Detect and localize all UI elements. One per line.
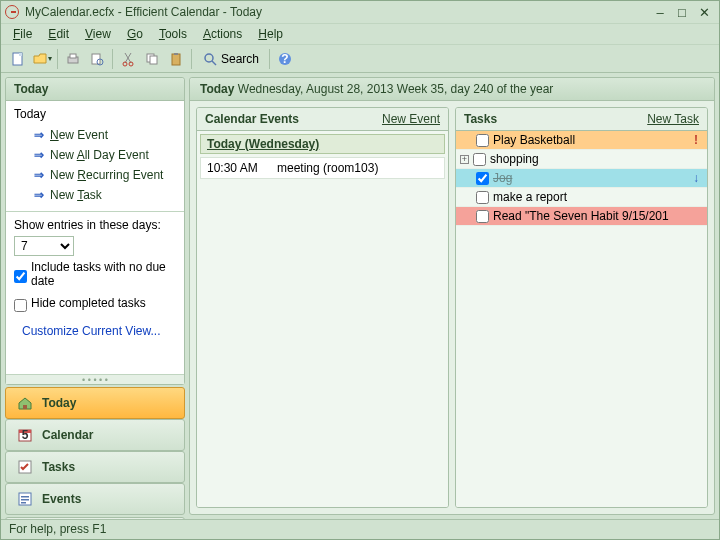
hide-completed-label[interactable]: Hide completed tasks xyxy=(31,296,146,310)
status-text: For help, press F1 xyxy=(9,522,106,536)
event-title: meeting (room103) xyxy=(277,161,378,175)
include-tasks-checkbox[interactable] xyxy=(14,270,27,283)
today-section-label: Today xyxy=(14,107,176,121)
task-row[interactable]: +shopping xyxy=(456,150,707,169)
help-button[interactable]: ? xyxy=(274,48,296,70)
svg-rect-23 xyxy=(21,499,29,501)
today-panel-header: Today xyxy=(6,78,184,101)
main-title-bold: Today xyxy=(200,82,234,96)
action-new-all-day-event[interactable]: ⇒New All Day Event xyxy=(14,145,176,165)
svg-rect-16 xyxy=(23,405,27,409)
menu-file[interactable]: File xyxy=(5,25,40,43)
new-document-button[interactable] xyxy=(7,48,29,70)
arrow-right-icon: ⇒ xyxy=(34,148,44,162)
svg-rect-22 xyxy=(21,496,29,498)
action-new-recurring-event[interactable]: ⇒New Recurring Event xyxy=(14,165,176,185)
action-new-event[interactable]: ⇒New Event xyxy=(14,125,176,145)
hide-completed-checkbox[interactable] xyxy=(14,299,27,312)
task-checkbox[interactable] xyxy=(476,210,489,223)
toolbar-separator xyxy=(112,49,113,69)
open-button[interactable]: ▾ xyxy=(31,48,53,70)
new-task-link[interactable]: New Task xyxy=(647,112,699,126)
menu-view[interactable]: View xyxy=(77,25,119,43)
toolbar-separator xyxy=(191,49,192,69)
print-preview-button[interactable] xyxy=(86,48,108,70)
svg-rect-11 xyxy=(174,53,178,55)
task-row[interactable]: Read "The Seven Habit 9/15/201 xyxy=(456,207,707,226)
main-header: Today Wednesday, August 28, 2013 Week 35… xyxy=(190,78,714,101)
task-flag-icon: ↓ xyxy=(689,171,703,185)
window-title: MyCalendar.ecfx - Efficient Calendar - T… xyxy=(25,5,262,19)
app-icon xyxy=(5,5,19,19)
paste-button[interactable] xyxy=(165,48,187,70)
arrow-right-icon: ⇒ xyxy=(34,128,44,142)
task-row[interactable]: Play Basketball! xyxy=(456,131,707,150)
action-new-task[interactable]: ⇒New Task xyxy=(14,185,176,205)
minimize-button[interactable]: – xyxy=(649,4,671,20)
nav-events[interactable]: Events xyxy=(5,483,185,515)
task-flag-icon: ! xyxy=(689,133,703,147)
menu-help[interactable]: Help xyxy=(250,25,291,43)
customize-view-link[interactable]: Customize Current View... xyxy=(22,324,168,338)
task-checkbox[interactable] xyxy=(476,134,489,147)
sidebar: Today Today ⇒New Event⇒New All Day Event… xyxy=(5,77,185,515)
cut-button[interactable] xyxy=(117,48,139,70)
expand-icon[interactable]: + xyxy=(460,155,469,164)
action-label: New All Day Event xyxy=(50,148,149,162)
task-row[interactable]: make a report xyxy=(456,188,707,207)
close-button[interactable]: ✕ xyxy=(693,4,715,20)
arrow-right-icon: ⇒ xyxy=(34,188,44,202)
action-label: New Task xyxy=(50,188,102,202)
day-header: Today (Wednesday) xyxy=(200,134,445,154)
menu-edit[interactable]: Edit xyxy=(40,25,77,43)
menu-actions[interactable]: Actions xyxy=(195,25,250,43)
nav-today[interactable]: Today xyxy=(5,387,185,419)
panel-resize-grip[interactable]: • • • • • xyxy=(6,374,184,384)
task-checkbox[interactable] xyxy=(476,191,489,204)
new-event-link[interactable]: New Event xyxy=(382,112,440,126)
svg-rect-1 xyxy=(19,53,22,56)
statusbar: For help, press F1 xyxy=(1,519,719,539)
event-row[interactable]: 10:30 AMmeeting (room103) xyxy=(200,157,445,179)
task-text: Read "The Seven Habit 9/15/201 xyxy=(493,209,685,223)
task-text: Play Basketball xyxy=(493,133,685,147)
task-checkbox[interactable] xyxy=(476,172,489,185)
maximize-button[interactable]: □ xyxy=(671,4,693,20)
task-text: make a report xyxy=(493,190,685,204)
action-label: New Recurring Event xyxy=(50,168,163,182)
task-checkbox[interactable] xyxy=(473,153,486,166)
search-icon xyxy=(202,51,218,67)
svg-rect-9 xyxy=(150,56,157,64)
task-text: Jog xyxy=(493,171,685,185)
today-panel: Today Today ⇒New Event⇒New All Day Event… xyxy=(5,77,185,385)
svg-rect-3 xyxy=(70,54,76,58)
nav-calendar[interactable]: 5Calendar xyxy=(5,419,185,451)
print-button[interactable] xyxy=(62,48,84,70)
tasks-column: Tasks New Task Play Basketball!+shopping… xyxy=(455,107,708,508)
search-button[interactable]: Search xyxy=(196,49,265,69)
tasks-column-title: Tasks xyxy=(464,112,497,126)
nav-label: Events xyxy=(42,492,81,506)
days-select[interactable]: 7 xyxy=(14,236,74,256)
copy-button[interactable] xyxy=(141,48,163,70)
nav-label: Calendar xyxy=(42,428,93,442)
task-text: shopping xyxy=(490,152,685,166)
menu-go[interactable]: Go xyxy=(119,25,151,43)
nav-label: Tasks xyxy=(42,460,75,474)
svg-point-12 xyxy=(205,54,213,62)
nav-label: Today xyxy=(42,396,76,410)
include-tasks-label[interactable]: Include tasks with no due date xyxy=(31,260,176,288)
task-row[interactable]: Jog↓ xyxy=(456,169,707,188)
events-icon xyxy=(16,490,34,508)
nav-tasks[interactable]: Tasks xyxy=(5,451,185,483)
svg-text:5: 5 xyxy=(22,428,29,442)
toolbar-separator xyxy=(57,49,58,69)
menu-tools[interactable]: Tools xyxy=(151,25,195,43)
calendar-column-title: Calendar Events xyxy=(205,112,299,126)
today-icon xyxy=(16,394,34,412)
show-entries-label: Show entries in these days: xyxy=(14,218,176,232)
svg-rect-10 xyxy=(172,54,180,65)
action-label: New Event xyxy=(50,128,108,142)
search-label: Search xyxy=(221,52,259,66)
main-area: Today Wednesday, August 28, 2013 Week 35… xyxy=(189,77,715,515)
